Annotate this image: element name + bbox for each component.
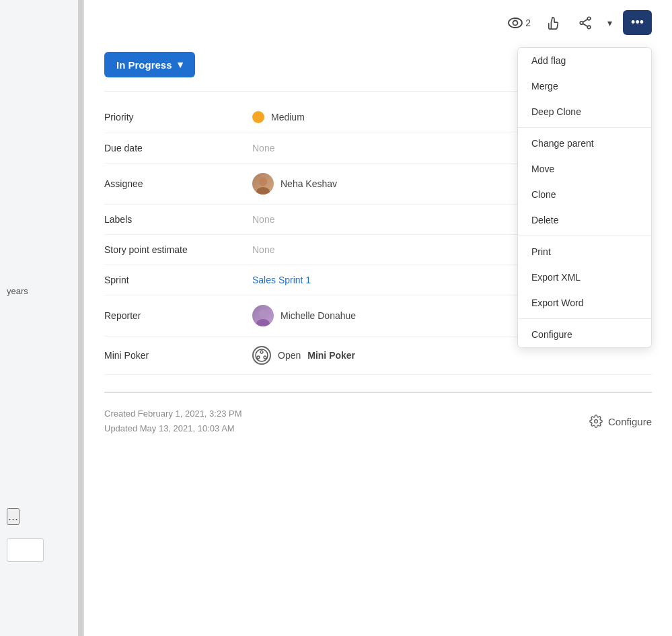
sidebar-box <box>7 538 44 562</box>
updated-timestamp: Updated May 13, 2021, 10:03 AM <box>104 421 242 436</box>
menu-clone[interactable]: Clone <box>518 182 651 207</box>
created-timestamp: Created February 1, 2021, 3:23 PM <box>104 407 242 421</box>
dropdown-menu: Add flag Merge Deep Clone Change parent … <box>517 47 652 348</box>
sidebar-years-label: years <box>7 286 28 296</box>
svg-point-3 <box>580 21 583 24</box>
field-label-labels: Labels <box>104 214 252 225</box>
mini-poker-open-text: Open <box>278 350 301 361</box>
menu-delete[interactable]: Delete <box>518 207 651 233</box>
sidebar: years ... <box>0 0 84 636</box>
field-label-reporter: Reporter <box>104 310 252 321</box>
sidebar-dots-button[interactable]: ... <box>7 508 20 525</box>
configure-label: Configure <box>608 416 652 427</box>
menu-change-parent[interactable]: Change parent <box>518 131 651 156</box>
priority-value: Medium <box>271 112 305 122</box>
assignee-name: Neha Keshav <box>281 178 337 189</box>
menu-deep-clone[interactable]: Deep Clone <box>518 99 651 125</box>
svg-point-12 <box>260 351 263 353</box>
toolbar-icons: 2 ▾ <box>504 13 615 33</box>
reporter-avatar-img <box>252 305 274 326</box>
svg-line-5 <box>583 19 588 22</box>
field-value-story-points[interactable]: None <box>252 244 274 255</box>
menu-print[interactable]: Print <box>518 239 651 264</box>
field-label-due-date: Due date <box>104 143 252 153</box>
field-value-sprint[interactable]: Sales Sprint 1 <box>252 275 311 285</box>
status-label: In Progress <box>116 59 172 71</box>
field-value-mini-poker[interactable]: Open Mini Poker <box>252 346 355 365</box>
menu-configure[interactable]: Configure <box>518 322 651 347</box>
svg-point-9 <box>259 310 267 318</box>
field-value-assignee[interactable]: Neha Keshav <box>252 173 337 195</box>
toolbar: 2 ▾ ••• Add flag <box>104 0 652 45</box>
more-options-button[interactable]: ••• <box>623 10 652 35</box>
svg-point-4 <box>587 26 591 29</box>
menu-move[interactable]: Move <box>518 156 651 182</box>
reporter-avatar <box>252 305 274 326</box>
like-button[interactable] <box>543 13 566 33</box>
share-chevron-button[interactable]: ▾ <box>605 15 615 31</box>
svg-line-6 <box>583 24 588 26</box>
footer-area: Created February 1, 2021, 3:23 PM Update… <box>104 392 652 450</box>
assignee-avatar-img <box>252 173 274 195</box>
svg-point-11 <box>256 349 268 361</box>
field-value-priority[interactable]: Medium <box>252 111 305 123</box>
svg-point-2 <box>587 17 591 20</box>
menu-export-xml[interactable]: Export XML <box>518 264 651 290</box>
field-label-mini-poker: Mini Poker <box>104 350 252 361</box>
field-label-assignee: Assignee <box>104 178 252 189</box>
menu-add-flag[interactable]: Add flag <box>518 48 651 73</box>
field-label-priority: Priority <box>104 112 252 122</box>
field-value-labels[interactable]: None <box>252 214 274 225</box>
mini-poker-bold-text: Mini Poker <box>307 350 355 361</box>
sprint-value: Sales Sprint 1 <box>252 275 311 285</box>
menu-divider-2 <box>518 236 651 236</box>
sidebar-scrollbar[interactable] <box>78 0 83 636</box>
menu-divider-3 <box>518 318 651 319</box>
reporter-name: Michelle Donahue <box>281 310 356 321</box>
svg-point-13 <box>257 356 260 359</box>
labels-value: None <box>252 214 274 225</box>
field-value-reporter[interactable]: Michelle Donahue <box>252 305 356 326</box>
share-icon <box>578 15 593 30</box>
svg-point-8 <box>256 187 270 195</box>
priority-dot-icon <box>252 111 264 123</box>
field-label-story-points: Story point estimate <box>104 244 252 255</box>
mini-poker-icon <box>252 346 271 365</box>
thumbsup-icon <box>547 15 562 30</box>
timestamps: Created February 1, 2021, 3:23 PM Update… <box>104 407 242 436</box>
assignee-avatar <box>252 173 274 195</box>
story-points-value: None <box>252 244 274 255</box>
menu-export-word[interactable]: Export Word <box>518 290 651 316</box>
toolbar-right: ••• Add flag Merge Deep Clone Change par… <box>623 10 652 35</box>
svg-point-14 <box>264 356 266 359</box>
svg-point-10 <box>256 319 270 326</box>
watch-count: 2 <box>525 17 531 28</box>
field-value-due-date[interactable]: None <box>252 143 274 153</box>
menu-divider-1 <box>518 127 651 128</box>
mini-poker-svg <box>254 348 269 363</box>
svg-point-15 <box>594 420 597 423</box>
svg-point-1 <box>513 20 518 25</box>
field-label-sprint: Sprint <box>104 275 252 285</box>
status-button[interactable]: In Progress ▾ <box>104 52 195 77</box>
due-date-value: None <box>252 143 274 153</box>
configure-button[interactable]: Configure <box>589 415 652 428</box>
menu-merge[interactable]: Merge <box>518 73 651 99</box>
status-chevron: ▾ <box>178 59 183 71</box>
share-button[interactable] <box>574 13 597 33</box>
svg-point-7 <box>259 178 267 186</box>
main-content: 2 ▾ ••• Add flag <box>84 0 672 636</box>
svg-point-0 <box>509 18 522 28</box>
eye-icon <box>508 17 523 28</box>
gear-icon <box>589 415 603 428</box>
watch-button[interactable]: 2 <box>504 15 535 31</box>
